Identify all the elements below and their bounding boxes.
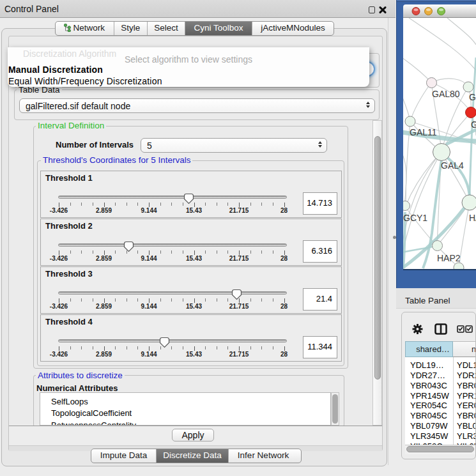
svg-text:GC: GC xyxy=(471,119,476,130)
svg-text:GAL: GAL xyxy=(469,92,476,102)
svg-text:GCY1: GCY1 xyxy=(403,213,427,223)
svg-text:GAL11: GAL11 xyxy=(410,127,437,137)
svg-text:GAL4: GAL4 xyxy=(441,160,464,171)
svg-text:HA: HA xyxy=(469,213,476,223)
svg-text:HAP2: HAP2 xyxy=(437,253,461,263)
svg-text:GAL80: GAL80 xyxy=(432,89,460,99)
